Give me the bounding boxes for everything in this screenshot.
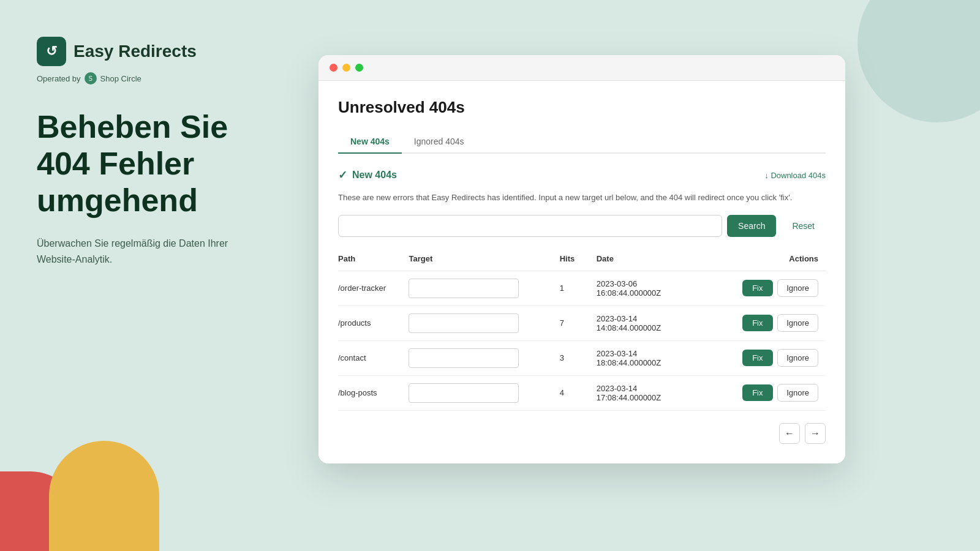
operated-label: Operated by	[37, 74, 81, 83]
cell-path: /blog-posts	[338, 375, 409, 410]
maximize-dot	[355, 64, 363, 72]
fix-button-2[interactable]: Fix	[742, 350, 772, 366]
logo-container: ↺ Easy Redirects	[37, 37, 257, 66]
shop-circle-label: Shop Circle	[100, 74, 141, 83]
col-date: Date	[597, 249, 719, 271]
browser-window: Unresolved 404s New 404s Ignored 404s ✓ …	[318, 55, 845, 463]
search-button[interactable]: Search	[727, 215, 776, 237]
operated-by: Operated by S Shop Circle	[37, 72, 257, 84]
prev-page-button[interactable]: ←	[779, 423, 800, 444]
table-row: /products 7 2023-03-1414:08:44.000000Z F…	[338, 305, 826, 340]
check-icon: ✓	[338, 168, 347, 182]
cell-target	[409, 375, 559, 410]
cell-target	[409, 271, 559, 305]
cell-actions: Fix Ignore	[719, 340, 826, 375]
col-path: Path	[338, 249, 409, 271]
cell-date: 2023-03-1418:08:44.000000Z	[597, 340, 719, 375]
target-input-3[interactable]	[409, 383, 519, 403]
minimize-dot	[342, 64, 350, 72]
cell-path: /contact	[338, 340, 409, 375]
search-bar: Search Reset	[338, 215, 826, 237]
cell-date: 2023-03-1414:08:44.000000Z	[597, 305, 719, 340]
shop-circle-icon: S	[85, 72, 97, 84]
col-target: Target	[409, 249, 559, 271]
browser-toolbar	[318, 55, 845, 81]
cell-target	[409, 340, 559, 375]
target-input-0[interactable]	[409, 279, 519, 298]
col-hits: Hits	[560, 249, 597, 271]
fix-button-0[interactable]: Fix	[742, 280, 772, 296]
next-page-button[interactable]: →	[805, 423, 826, 444]
section-header: ✓ New 404s ↓ Download 404s	[338, 168, 826, 182]
logo-text: Easy Redirects	[74, 42, 197, 61]
ignore-button-2[interactable]: Ignore	[777, 349, 818, 367]
tabs: New 404s Ignored 404s	[338, 130, 826, 154]
cell-path: /products	[338, 305, 409, 340]
cell-actions: Fix Ignore	[719, 271, 826, 305]
section-title-text: New 404s	[352, 170, 397, 181]
browser-content: Unresolved 404s New 404s Ignored 404s ✓ …	[318, 81, 845, 463]
cell-actions: Fix Ignore	[719, 375, 826, 410]
section-title: ✓ New 404s	[338, 168, 397, 182]
table-row: /contact 3 2023-03-1418:08:44.000000Z Fi…	[338, 340, 826, 375]
close-dot	[330, 64, 337, 72]
target-input-2[interactable]	[409, 348, 519, 368]
cell-actions: Fix Ignore	[719, 305, 826, 340]
cell-path: /order-tracker	[338, 271, 409, 305]
fix-button-3[interactable]: Fix	[742, 384, 772, 401]
cell-target	[409, 305, 559, 340]
cell-date: 2023-03-0616:08:44.000000Z	[597, 271, 719, 305]
search-input[interactable]	[338, 215, 722, 237]
sub-text: Überwachen Sie regelmäßig die Daten Ihre…	[37, 236, 233, 267]
reset-button[interactable]: Reset	[781, 215, 826, 237]
description-text: These are new errors that Easy Redirects…	[338, 192, 826, 204]
cell-hits: 3	[560, 340, 597, 375]
ignore-button-1[interactable]: Ignore	[777, 314, 818, 332]
tab-new-404s[interactable]: New 404s	[338, 130, 402, 154]
col-actions: Actions	[719, 249, 826, 271]
cell-date: 2023-03-1417:08:44.000000Z	[597, 375, 719, 410]
left-panel: ↺ Easy Redirects Operated by S Shop Circ…	[0, 0, 294, 551]
cell-hits: 1	[560, 271, 597, 305]
tab-ignored-404s[interactable]: Ignored 404s	[402, 130, 477, 154]
table-row: /order-tracker 1 2023-03-0616:08:44.0000…	[338, 271, 826, 305]
data-table: Path Target Hits Date Actions /order-tra…	[338, 249, 826, 411]
fix-button-1[interactable]: Fix	[742, 315, 772, 331]
page-title: Unresolved 404s	[338, 98, 826, 117]
cell-hits: 7	[560, 305, 597, 340]
main-heading: Beheben Sie 404 Fehler umgehend	[37, 109, 257, 219]
ignore-button-0[interactable]: Ignore	[777, 279, 818, 297]
target-input-1[interactable]	[409, 313, 519, 333]
cell-hits: 4	[560, 375, 597, 410]
logo-icon: ↺	[37, 37, 66, 66]
bg-shape-top-right	[858, 0, 980, 122]
ignore-button-3[interactable]: Ignore	[777, 384, 818, 402]
pagination: ← →	[338, 411, 826, 446]
table-row: /blog-posts 4 2023-03-1417:08:44.000000Z…	[338, 375, 826, 410]
download-link[interactable]: ↓ Download 404s	[764, 171, 826, 180]
